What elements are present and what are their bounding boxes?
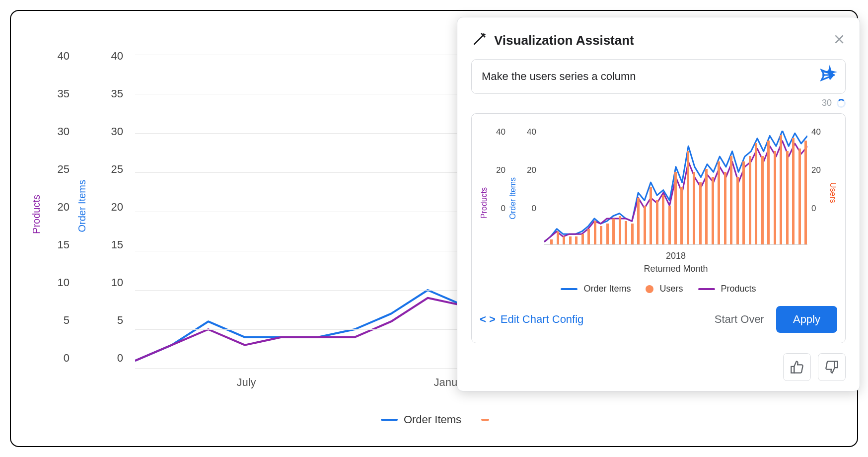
legend-dot-icon [646,285,653,293]
wand-icon [471,31,487,49]
mini-axis-order-items: Order Items [508,177,517,219]
apply-button[interactable]: Apply [776,306,837,333]
panel-title: Visualization Assistant [494,33,826,48]
mini-x-title: Returned Month [544,264,807,274]
mini-yticks-order-items: 40 20 0 [518,128,536,242]
prompt-input[interactable]: Make the users series a column [471,59,846,94]
mini-yticks-products: 40 20 0 [488,128,506,242]
mini-legend-users[interactable]: Users [646,284,683,294]
thumbs-up-button[interactable] [783,353,811,381]
mini-plot-area [544,131,807,245]
main-legend: Order Items [31,413,839,426]
mini-axis-users: Users [828,182,837,203]
prompt-text: Make the users series a column [482,70,814,83]
counter-value: 30 [822,98,832,108]
legend-line-icon [381,419,398,421]
legend-order-items[interactable]: Order Items [381,413,461,426]
panel-header: Visualization Assistant [471,31,846,49]
mini-legend: Order Items Users Products [480,284,837,294]
legend-more[interactable] [481,413,489,426]
mini-x-year: 2018 [544,251,807,261]
action-row: < > Edit Chart Config Start Over Apply [480,306,837,333]
mini-legend-order-items[interactable]: Order Items [561,284,631,294]
thumbs-down-button[interactable] [818,353,846,381]
app-canvas: Products Order Items 40 35 30 25 20 15 1… [10,10,858,447]
spinner-icon [837,99,846,108]
start-over-button[interactable]: Start Over [708,308,771,331]
counter-row: 30 [471,98,846,108]
mini-legend-products[interactable]: Products [698,284,756,294]
visualization-assistant-panel: Visualization Assistant Make the users s… [457,17,860,391]
axis-label-order-items: Order Items [76,180,88,232]
feedback-row [471,353,846,381]
mini-yticks-users: 40 20 0 [811,128,829,242]
code-icon: < > [480,313,496,326]
close-button[interactable] [833,33,846,48]
preview-card: Products Order Items Users 40 20 0 40 20… [471,113,846,343]
y-ticks-products: 40 35 30 25 20 15 10 5 0 [45,51,70,390]
y-ticks-order-items: 40 35 30 25 20 15 10 5 0 [98,51,123,390]
mini-chart: Products Order Items Users 40 20 0 40 20… [480,123,837,272]
legend-line-icon [561,288,578,290]
edit-chart-config-link[interactable]: < > Edit Chart Config [480,313,583,326]
axis-label-products: Products [31,195,42,234]
send-icon[interactable] [820,68,835,85]
legend-line-icon [698,288,715,290]
legend-dash-icon [481,419,489,421]
